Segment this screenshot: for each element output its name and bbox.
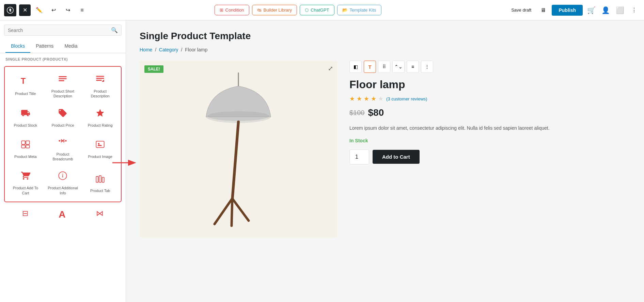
- toolbar-type-btn[interactable]: T: [364, 61, 376, 73]
- svg-rect-2: [59, 78, 67, 79]
- toolbar-more-btn[interactable]: ⋮: [421, 61, 433, 73]
- page-title: Single Product Template: [140, 31, 630, 42]
- block-item-product-rating[interactable]: Product Rating: [82, 104, 118, 131]
- wp-logo: [4, 4, 16, 16]
- user-button[interactable]: 👤: [600, 4, 611, 16]
- sidebar: 🔍 Blocks Patterns Media SINGLE PRODUCT (…: [0, 20, 126, 302]
- star-1: ★: [349, 95, 355, 102]
- search-input[interactable]: [8, 28, 109, 33]
- svg-point-15: [98, 143, 100, 145]
- block-item-product-title[interactable]: T Product Title: [7, 69, 44, 102]
- builder-library-button[interactable]: 🛍 Builder Library: [252, 5, 297, 15]
- block-label-product-add-to-cart: Product Add To Cart: [10, 186, 42, 195]
- product-short-desc-icon: [58, 74, 67, 86]
- block-label-product-price: Product Price: [51, 123, 74, 128]
- svg-rect-21: [102, 177, 104, 182]
- product-toolbar: ◧ T ⠿ ⌃⌄ ≡ ⋮: [349, 61, 630, 73]
- builder-icon: 🛍: [257, 7, 262, 13]
- block-label-product-stock: Product Stock: [14, 123, 37, 128]
- layout-button[interactable]: ⬜: [614, 4, 626, 16]
- block-item-product-meta[interactable]: Product Meta: [7, 132, 44, 165]
- condition-button[interactable]: ⊞ Condition: [215, 5, 249, 15]
- svg-point-11: [59, 140, 61, 142]
- save-draft-button[interactable]: Save draft: [508, 5, 535, 15]
- svg-rect-3: [59, 80, 64, 81]
- block-item-product-image[interactable]: Product Image: [82, 132, 118, 165]
- block-item-product-add-to-cart[interactable]: Product Add To Cart: [7, 166, 44, 199]
- svg-rect-1: [59, 76, 67, 77]
- svg-line-26: [215, 198, 232, 224]
- undo-button[interactable]: ↩: [48, 4, 59, 16]
- block-item-product-tab[interactable]: Product Tab: [82, 166, 118, 199]
- svg-point-13: [65, 140, 67, 142]
- redo-button[interactable]: ↪: [62, 4, 74, 16]
- chatgpt-button[interactable]: ⬡ ChatGPT: [300, 5, 334, 15]
- block-grid-container: T Product Title Product Short Descriptio…: [4, 66, 122, 202]
- block-label-product-title: Product Title: [15, 91, 36, 96]
- block-item-product-short-desc[interactable]: Product Short Description: [45, 69, 81, 102]
- block-label-product-additional-info: Product Additional Info: [47, 186, 79, 195]
- templatekits-label: Template Kits: [350, 7, 376, 13]
- chatgpt-icon: ⬡: [305, 7, 309, 13]
- bottom-icons-row: ⊟ A ⋈: [0, 205, 126, 223]
- chatgpt-label: ChatGPT: [311, 7, 329, 13]
- breadcrumb-current: Floor lamp: [185, 47, 207, 52]
- toolbar-grid-btn[interactable]: ⠿: [378, 61, 390, 73]
- more-button[interactable]: ⋮: [628, 4, 640, 16]
- lamp-image: [140, 61, 337, 238]
- pencil-icon: ✏️: [36, 7, 43, 13]
- star-3: ★: [364, 95, 369, 102]
- menu-button[interactable]: ≡: [76, 4, 88, 16]
- topbar-right: Save draft 🖥 Publish 🛒 👤 ⬜ ⋮: [508, 4, 640, 16]
- pencil-button[interactable]: ✏️: [33, 4, 45, 16]
- svg-rect-8: [26, 141, 30, 145]
- close-button[interactable]: ✕: [19, 4, 31, 16]
- svg-rect-5: [96, 78, 104, 79]
- preview-button[interactable]: 🖥: [537, 4, 549, 16]
- product-rating-icon: [95, 108, 105, 120]
- add-to-cart-row: Add to Cart: [349, 149, 630, 164]
- breadcrumb-category[interactable]: Category: [159, 47, 178, 52]
- breadcrumb: Home / Category / Floor lamp: [140, 47, 630, 52]
- price-old: $100: [349, 109, 365, 117]
- condition-icon: ⊞: [220, 7, 223, 13]
- block-item-product-description[interactable]: Product Description: [82, 69, 118, 102]
- quantity-input[interactable]: [349, 149, 369, 164]
- preview-icon: 🖥: [540, 7, 546, 13]
- canvas: Single Product Template Home / Category …: [126, 20, 644, 302]
- review-link[interactable]: (3 customer reviews): [386, 96, 427, 101]
- block-item-product-price[interactable]: Product Price: [45, 104, 81, 131]
- breadcrumb-home[interactable]: Home: [140, 47, 152, 52]
- add-to-cart-button[interactable]: Add to Cart: [373, 150, 420, 164]
- block-label-product-breadcrumb: Product Breadcrumb: [47, 152, 79, 162]
- tab-media[interactable]: Media: [59, 40, 83, 53]
- bottom-icon-2[interactable]: A: [59, 209, 65, 220]
- more-icon: ⋮: [631, 7, 637, 13]
- bottom-icon-1[interactable]: ⊟: [22, 209, 28, 220]
- bottom-icon-3[interactable]: ⋈: [96, 209, 104, 220]
- expand-icon[interactable]: ⤢: [328, 65, 333, 72]
- menu-icon: ≡: [80, 7, 83, 13]
- block-item-product-stock[interactable]: Product Stock: [7, 104, 44, 131]
- toolbar-sidebar-btn[interactable]: ◧: [349, 61, 362, 73]
- toolbar-align-btn[interactable]: ≡: [407, 61, 419, 73]
- template-kits-button[interactable]: 📂 Template Kits: [337, 5, 381, 15]
- tab-blocks[interactable]: Blocks: [5, 40, 30, 53]
- product-area: SALE! ⤢: [140, 61, 630, 238]
- topbar-center: ⊞ Condition 🛍 Builder Library ⬡ ChatGPT …: [91, 5, 505, 15]
- product-name: Floor lamp: [349, 78, 630, 91]
- product-title-icon: T: [21, 77, 30, 89]
- cart-button[interactable]: 🛒: [585, 4, 597, 16]
- block-item-product-breadcrumb[interactable]: Product Breadcrumb: [45, 132, 81, 165]
- product-image-icon: [95, 140, 105, 152]
- tab-patterns[interactable]: Patterns: [30, 40, 59, 53]
- rating-row: ★ ★ ★ ★ ★ (3 customer reviews): [349, 95, 630, 102]
- toolbar-arrows-btn[interactable]: ⌃⌄: [392, 61, 405, 73]
- publish-button[interactable]: Publish: [552, 5, 583, 16]
- block-label-product-tab: Product Tab: [90, 188, 110, 193]
- product-additional-info-icon: [58, 171, 67, 183]
- block-item-product-additional-info[interactable]: Product Additional Info: [45, 166, 81, 199]
- undo-icon: ↩: [51, 7, 56, 13]
- top-bar: ✕ ✏️ ↩ ↪ ≡ ⊞ Condition 🛍 Builder Library…: [0, 0, 644, 20]
- svg-line-25: [232, 122, 238, 200]
